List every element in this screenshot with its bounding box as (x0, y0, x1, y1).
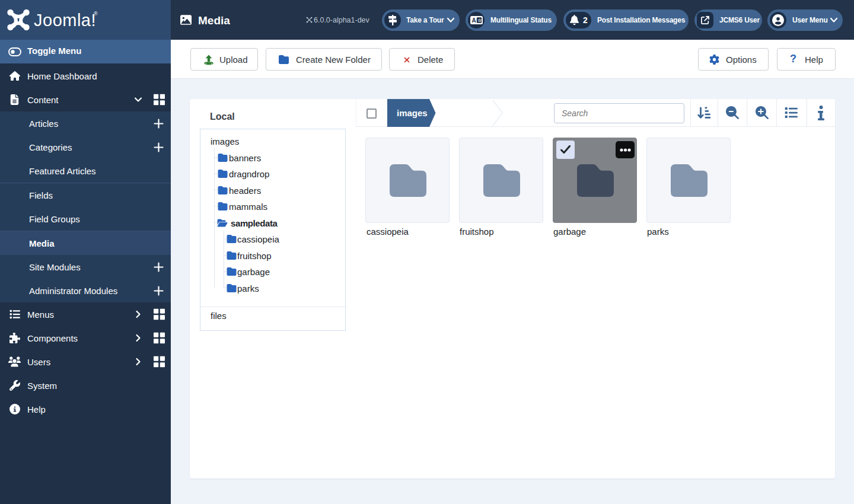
svg-text:☆: ☆ (477, 18, 482, 23)
svg-text:®: ® (94, 11, 98, 17)
svg-text:Joomla!: Joomla! (34, 11, 96, 30)
svg-text:images: images (397, 108, 428, 118)
svg-text:A: A (471, 17, 476, 24)
